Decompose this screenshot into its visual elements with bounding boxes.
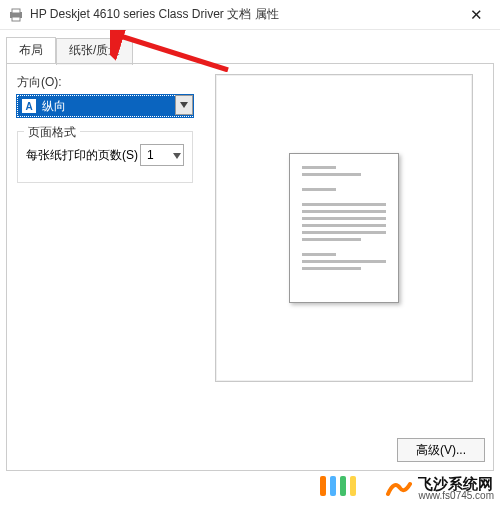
pages-per-sheet-select[interactable]: 1 xyxy=(140,144,184,166)
printer-icon xyxy=(8,8,24,22)
tab-panel-layout: 方向(O): A 纵向 页面格式 每张纸打印的页数(S) 1 xyxy=(6,63,494,471)
tab-layout[interactable]: 布局 xyxy=(6,37,56,64)
watermark-accent xyxy=(320,476,356,496)
portrait-icon: A xyxy=(22,99,36,113)
orientation-value: 纵向 xyxy=(42,98,188,115)
close-button[interactable]: ✕ xyxy=(456,1,496,29)
advanced-button[interactable]: 高级(V)... xyxy=(397,438,485,462)
page-format-title: 页面格式 xyxy=(24,124,80,141)
print-preview-panel xyxy=(215,74,473,382)
chevron-down-icon[interactable] xyxy=(175,95,193,115)
watermark-logo-icon xyxy=(384,474,412,502)
tab-strip: 布局 纸张/质量 xyxy=(0,30,500,63)
orientation-select[interactable]: A 纵向 xyxy=(17,95,193,117)
tab-paper-quality[interactable]: 纸张/质量 xyxy=(56,38,133,65)
pages-per-sheet-value: 1 xyxy=(147,148,154,162)
pages-per-sheet-label: 每张纸打印的页数(S) xyxy=(26,147,138,164)
chevron-down-icon xyxy=(173,150,181,161)
titlebar: HP Deskjet 4610 series Class Driver 文档 属… xyxy=(0,0,500,30)
preview-page xyxy=(289,153,399,303)
watermark: 飞沙系统网 www.fs0745.com xyxy=(384,474,494,502)
watermark-url: www.fs0745.com xyxy=(418,491,494,501)
svg-rect-2 xyxy=(12,17,20,21)
window-title: HP Deskjet 4610 series Class Driver 文档 属… xyxy=(30,6,456,23)
orientation-label: 方向(O): xyxy=(17,74,193,91)
svg-rect-1 xyxy=(12,9,20,13)
watermark-name: 飞沙系统网 xyxy=(418,476,494,491)
page-format-group: 页面格式 每张纸打印的页数(S) 1 xyxy=(17,131,193,183)
